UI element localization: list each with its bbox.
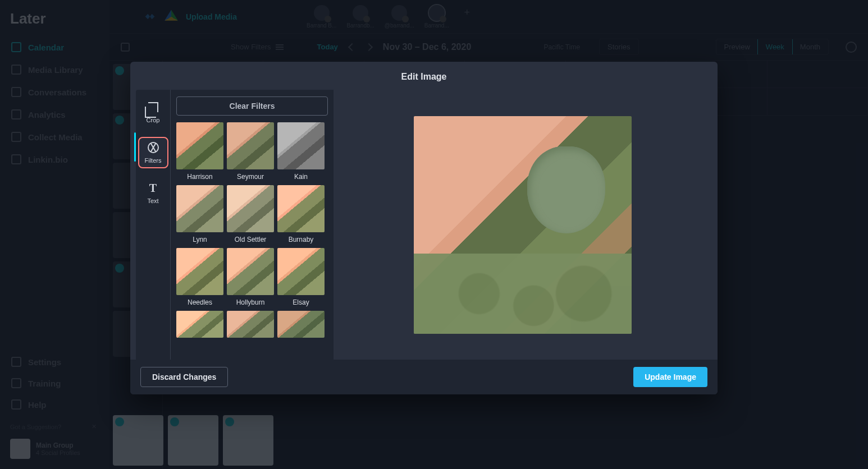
text-icon: T <box>147 182 159 194</box>
filter-swatch <box>176 122 223 169</box>
tool-label: Text <box>147 197 158 204</box>
filter-swatch <box>227 311 274 338</box>
filter-swatch <box>227 185 274 232</box>
filter-swatch <box>227 248 274 295</box>
filter-swatch <box>277 248 325 295</box>
filter-item-seymour[interactable]: Seymour <box>227 122 274 181</box>
filter-label: Old Settler <box>235 236 267 243</box>
filter-label: Burnaby <box>289 236 314 243</box>
crop-icon <box>147 101 159 113</box>
filter-item-burnaby[interactable]: Burnaby <box>277 185 325 243</box>
image-preview <box>414 116 632 334</box>
modal-title: Edit Image <box>130 62 718 90</box>
filter-grid: HarrisonSeymourKainLynnOld SettlerBurnab… <box>176 122 328 338</box>
filter-swatch <box>227 122 274 169</box>
filter-item-kain[interactable]: Kain <box>277 122 325 181</box>
filter-swatch <box>277 185 325 232</box>
edit-image-modal: Edit Image Crop Filters T Text Clear Fil… <box>130 62 718 394</box>
filter-item-partial[interactable] <box>227 311 274 338</box>
tool-rail: Crop Filters T Text <box>136 90 171 360</box>
tool-text[interactable]: T Text <box>139 178 167 208</box>
filter-item-partial[interactable] <box>176 311 223 338</box>
modal-footer: Discard Changes Update Image <box>130 360 718 394</box>
update-image-button[interactable]: Update Image <box>633 367 707 387</box>
filter-label: Kain <box>294 173 308 181</box>
tool-filters[interactable]: Filters <box>139 138 167 167</box>
tool-crop[interactable]: Crop <box>139 98 167 127</box>
filter-item-oldsettler[interactable]: Old Settler <box>227 185 274 243</box>
filter-label: Hollyburn <box>236 298 265 306</box>
aperture-icon <box>147 141 159 154</box>
filter-item-hollyburn[interactable]: Hollyburn <box>227 248 274 306</box>
filter-item-harrison[interactable]: Harrison <box>176 122 223 181</box>
filter-swatch <box>277 122 325 169</box>
filter-label: Harrison <box>187 173 212 181</box>
filter-label: Needles <box>188 298 212 306</box>
filter-swatch <box>176 185 223 232</box>
filter-swatch <box>176 311 223 338</box>
filter-label: Seymour <box>237 173 264 181</box>
tool-label: Filters <box>145 157 162 164</box>
filter-panel: Clear Filters HarrisonSeymourKainLynnOld… <box>171 90 334 360</box>
preview-area <box>334 90 712 360</box>
filter-swatch <box>176 248 223 295</box>
discard-changes-button[interactable]: Discard Changes <box>140 367 228 387</box>
filter-item-needles[interactable]: Needles <box>176 248 223 306</box>
filter-item-lynn[interactable]: Lynn <box>176 185 223 243</box>
filter-label: Elsay <box>293 298 309 306</box>
filter-item-elsay[interactable]: Elsay <box>277 248 325 306</box>
filter-label: Lynn <box>193 236 207 243</box>
filter-swatch <box>277 311 325 338</box>
clear-filters-button[interactable]: Clear Filters <box>176 96 328 116</box>
filter-item-partial[interactable] <box>277 311 325 338</box>
